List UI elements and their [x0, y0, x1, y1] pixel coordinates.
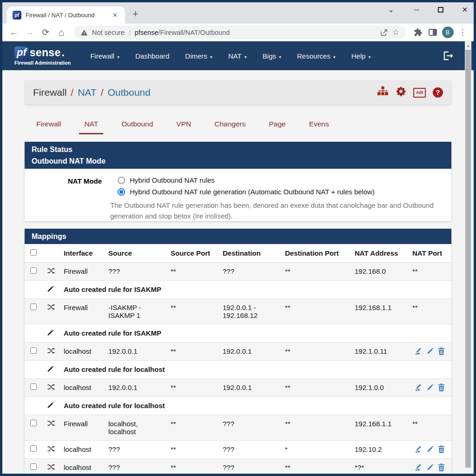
adt-badge-icon[interactable]: Adt: [413, 88, 426, 98]
delete-icon[interactable]: [438, 445, 445, 453]
url-separator: |: [129, 29, 131, 36]
forward-icon[interactable]: →: [23, 28, 37, 37]
home-icon[interactable]: ⌂: [54, 27, 68, 37]
side-panel-icon[interactable]: [426, 29, 439, 36]
row-checkbox[interactable]: [30, 383, 37, 390]
tab-changers[interactable]: Changers: [203, 116, 257, 134]
navbar-menu: Firewall▾DashboardDimers▾NAT▾Bigs▾Resour…: [84, 48, 443, 64]
column-header-source: Source: [105, 244, 167, 263]
radio-selected-icon[interactable]: [118, 188, 125, 196]
delete-icon[interactable]: [438, 347, 445, 355]
edit-icon[interactable]: [427, 347, 434, 355]
cell-destination: ???: [219, 415, 281, 441]
profile-avatar[interactable]: B: [441, 26, 454, 38]
cell-nat-port: **: [409, 263, 451, 281]
chevron-down-icon: ▾: [117, 54, 119, 60]
address-bar[interactable]: Not secure | pfsense/Firewall/NAT/Outbou…: [74, 26, 406, 39]
chevron-down-icon: ▾: [369, 54, 371, 60]
row-checkbox[interactable]: [30, 420, 37, 426]
breadcrumb-item-outbound[interactable]: Outbound: [107, 87, 150, 98]
rule-description: Auto created rule for ISAKMP: [60, 324, 451, 343]
row-checkbox[interactable]: [30, 267, 37, 274]
row-select-cell: [25, 263, 43, 281]
edit-note-icon[interactable]: [415, 347, 423, 355]
nat-mode-option[interactable]: Hybrid Outbound NAT rules: [118, 176, 375, 184]
nav-item-firewall[interactable]: Firewall▾: [84, 48, 126, 64]
avatar-letter: B: [442, 26, 454, 38]
rule-description: Auto created rule for ISAKMP: [60, 281, 451, 299]
pfsense-logo[interactable]: pfsense. Firewall Administration: [14, 46, 71, 66]
tab-nat[interactable]: NAT: [73, 116, 110, 134]
nav-item-dimers[interactable]: Dimers▾: [178, 48, 219, 64]
edit-icon[interactable]: [427, 383, 434, 391]
tab-page[interactable]: Page: [257, 116, 297, 134]
tab-firewall[interactable]: Firewall: [25, 116, 73, 134]
tab-outbound[interactable]: Outbound: [110, 116, 165, 134]
nav-item-resources[interactable]: Resources▾: [291, 48, 342, 64]
nav-item-nat[interactable]: NAT▾: [222, 48, 253, 64]
cell-destination: ???: [219, 441, 281, 459]
nav-item-help[interactable]: Help▾: [345, 48, 377, 64]
cell-source-port: **: [167, 343, 219, 361]
bookmark-star-icon[interactable]: ☆: [392, 27, 399, 37]
tab-evens[interactable]: Evens: [298, 116, 341, 134]
window-minimize-button[interactable]: ─: [412, 6, 421, 13]
logout-icon[interactable]: [443, 51, 453, 60]
select-all-checkbox[interactable]: [30, 249, 37, 256]
row-checkbox[interactable]: [30, 463, 37, 470]
column-header-nat-address: NAT Address: [351, 244, 409, 263]
page-scrollbar[interactable]: ▲: [465, 41, 471, 471]
row-checkbox[interactable]: [30, 445, 37, 452]
nav-item-dashboard[interactable]: Dashboard: [129, 48, 176, 64]
delete-icon[interactable]: [438, 463, 445, 471]
share-icon[interactable]: [380, 28, 388, 37]
row-select-cell: [25, 299, 43, 324]
browser-tab[interactable]: pf Firewall / NAT / Outbound ✕: [7, 7, 125, 24]
edit-icon[interactable]: [427, 463, 434, 471]
edit-icon[interactable]: [427, 445, 434, 453]
shuffle-icon: [47, 267, 55, 274]
cell-destination: ???: [219, 459, 281, 474]
cell-source: ???: [105, 263, 167, 281]
tab-close-icon[interactable]: ✕: [111, 11, 119, 20]
gear-icon[interactable]: [396, 86, 406, 99]
page-tabs: FirewallNATOutboundVPNChangersPageEvens: [25, 116, 451, 134]
url-path: /Firewall/NAT/Outbound: [159, 29, 230, 36]
browser-menu-dots-icon[interactable]: ⋮: [456, 27, 469, 37]
breadcrumb-item-nat[interactable]: NAT: [78, 87, 96, 98]
cell-nat-port: **: [409, 415, 451, 441]
logo-subtitle: Firewall Administration: [14, 60, 71, 66]
row-checkbox[interactable]: [30, 304, 37, 310]
column-header-source-port: Source Port: [167, 244, 219, 263]
scroll-up-arrow-icon[interactable]: ▲: [465, 41, 471, 48]
cell-interface: Firewall: [60, 263, 105, 281]
nav-item-bigs[interactable]: Bigs▾: [256, 48, 288, 64]
row-checkbox[interactable]: [30, 347, 37, 354]
window-maximize-button[interactable]: [438, 7, 443, 13]
not-secure-warning-icon[interactable]: [80, 29, 88, 36]
cell-interface: Firewall: [60, 299, 105, 324]
edit-note-icon[interactable]: [415, 383, 423, 391]
edit-note-icon[interactable]: [415, 445, 423, 453]
breadcrumb-bar: Firewall/NAT/Outbound Adt ?: [25, 80, 451, 105]
delete-icon[interactable]: [438, 383, 445, 391]
edit-note-icon[interactable]: [415, 463, 423, 471]
tab-search-chevron-icon[interactable]: ⌄: [387, 6, 395, 13]
nat-mode-option[interactable]: Hybrid Outbound NAT rule generation (Aut…: [118, 188, 375, 196]
nat-mode-option-label: Hybrid Outbound NAT rule generation (Aut…: [130, 188, 375, 196]
radio-unselected-icon[interactable]: [118, 177, 125, 184]
help-icon[interactable]: ?: [433, 87, 443, 98]
pfsense-favicon: pf: [13, 11, 21, 20]
sitemap-icon[interactable]: [377, 86, 389, 99]
cell-actions: [409, 441, 451, 459]
reload-icon[interactable]: ⟳: [39, 28, 53, 37]
window-close-button[interactable]: ✕: [461, 6, 469, 13]
back-icon[interactable]: ←: [7, 28, 21, 37]
scrollbar-thumb[interactable]: [465, 50, 471, 468]
new-tab-button[interactable]: +: [132, 9, 139, 19]
mapping-description-row: Auto created rule for localhost: [25, 361, 451, 379]
browser-tab-title: Firewall / NAT / Outbound: [26, 12, 106, 19]
extensions-puzzle-icon[interactable]: [411, 28, 424, 37]
tab-vpn[interactable]: VPN: [165, 116, 203, 134]
cell-nat-address: *?*: [351, 459, 409, 474]
